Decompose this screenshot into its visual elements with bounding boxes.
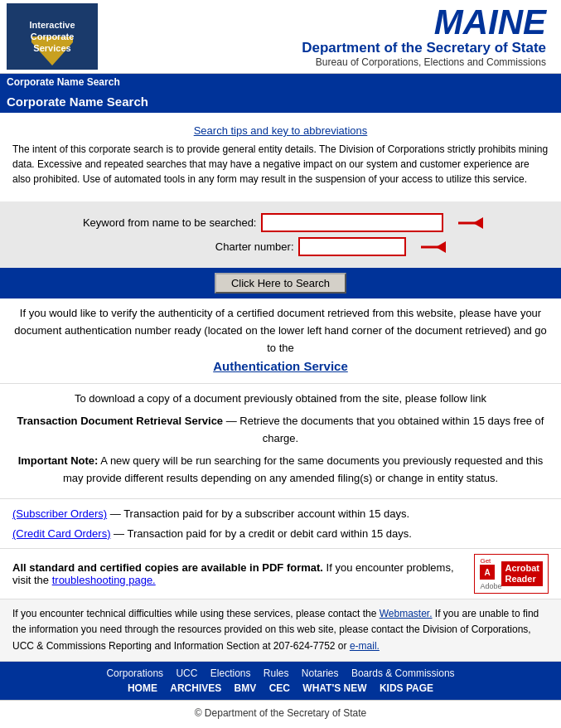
contact-text1: If you encounter technical difficulties …	[12, 608, 380, 619]
page-footer: © Department of the Secretary of State	[0, 700, 561, 726]
important-note-text: A new query will be run searching for th…	[63, 454, 543, 484]
acrobat-badge: Get A Adobe AcrobatReader	[474, 554, 549, 594]
nav-whats-new[interactable]: WHAT'S NEW	[302, 682, 366, 694]
keyword-label: Keyword from name to be searched:	[79, 216, 261, 229]
important-note-label: Important Note:	[18, 454, 99, 467]
bureau-title: Bureau of Corporations, Elections and Co…	[98, 56, 546, 68]
bottom-nav-row1: Corporations UCC Elections Rules Notarie…	[0, 666, 561, 681]
dept-title: Department of the Secretary of State	[98, 40, 546, 56]
nav-ucc[interactable]: UCC	[176, 667, 197, 679]
credit-card-orders-link[interactable]: (Credit Card Orders)	[12, 527, 110, 540]
acrobat-section: All standard and certified copies are av…	[0, 549, 561, 599]
logo-container: Interactive Corporate Services	[7, 3, 98, 70]
transaction-note: Important Note: A new query will be run …	[12, 453, 549, 488]
bottom-nav: Corporations UCC Elections Rules Notarie…	[0, 662, 561, 700]
maine-title: MAINE	[98, 5, 546, 40]
subscriber-section: (Subscriber Orders) — Transaction paid f…	[0, 499, 561, 549]
transaction-section: To download a copy of a document previou…	[0, 384, 561, 499]
search-tips-container: Search tips and key to abbreviations	[12, 124, 549, 137]
search-form: Keyword from name to be searched: Charte…	[0, 201, 561, 268]
adobe-icon: Get A Adobe	[480, 557, 501, 590]
nav-corporations[interactable]: Corporations	[106, 667, 163, 679]
keyword-row: Keyword from name to be searched:	[0, 213, 561, 232]
webmaster-link[interactable]: Webmaster.	[380, 608, 433, 619]
subscriber-orders-link[interactable]: (Subscriber Orders)	[12, 507, 107, 520]
page-title: Corporate Name Search	[0, 90, 561, 113]
transaction-title-para: Transaction Document Retrieval Service —…	[12, 413, 549, 448]
adobe-text: Adobe	[480, 582, 501, 590]
search-tips-link[interactable]: Search tips and key to abbreviations	[194, 124, 368, 137]
intro-text: The intent of this corporate search is t…	[12, 142, 549, 187]
nav-cec[interactable]: CEC	[269, 682, 290, 694]
acrobat-text: All standard and certified copies are av…	[12, 561, 466, 586]
subscriber-row: (Subscriber Orders) — Transaction paid f…	[12, 504, 549, 523]
charter-label: Charter number:	[116, 240, 298, 253]
nav-home[interactable]: HOME	[128, 682, 157, 694]
acrobat-reader-label: AcrobatReader	[501, 561, 543, 586]
header-right: MAINE Department of the Secretary of Sta…	[98, 5, 554, 68]
troubleshoot-link[interactable]: troubleshooting page.	[52, 574, 156, 586]
footer-text: © Department of the Secretary of State	[195, 707, 367, 719]
nav-archives[interactable]: ARCHIVES	[170, 682, 221, 694]
charter-arrow-icon	[413, 240, 446, 254]
search-button[interactable]: Click Here to Search	[215, 273, 346, 294]
nav-kids-page[interactable]: KIDS PAGE	[380, 682, 433, 694]
logo-text: Interactive Corporate Services	[29, 19, 75, 55]
charter-row: Charter number:	[0, 237, 561, 256]
adobe-logo-icon: A	[480, 565, 495, 580]
keyword-arrow-icon	[450, 216, 483, 230]
charter-input-wrap	[298, 237, 446, 256]
transaction-intro: To download a copy of a document previou…	[12, 391, 549, 408]
adobe-label: A	[480, 572, 495, 581]
keyword-input-wrap	[261, 213, 483, 232]
credit-card-orders-text: — Transaction paid for by a credit or de…	[110, 527, 411, 540]
breadcrumb: Corporate Name Search	[0, 74, 561, 90]
auth-info-text: If you would like to verify the authenti…	[14, 307, 546, 354]
auth-service-link[interactable]: Authentication Service	[213, 359, 348, 373]
nav-notaries[interactable]: Notaries	[302, 667, 339, 679]
svg-text:A: A	[485, 568, 491, 577]
nav-boards[interactable]: Boards & Commissions	[351, 667, 455, 679]
nav-rules[interactable]: Rules	[264, 667, 289, 679]
keyword-input[interactable]	[261, 213, 443, 232]
acrobat-bold-text: All standard and certified copies are av…	[12, 561, 323, 574]
auth-info-section: If you would like to verify the authenti…	[0, 298, 561, 384]
page-header: Interactive Corporate Services MAINE Dep…	[0, 0, 561, 74]
subscriber-orders-text: — Transaction paid for by a subscriber a…	[107, 507, 409, 520]
credit-card-row: (Credit Card Orders) — Transaction paid …	[12, 524, 549, 543]
transaction-title-rest: — Retrieve the documents that you obtain…	[223, 415, 544, 444]
nav-bmv[interactable]: BMV	[235, 682, 257, 694]
main-content: Search tips and key to abbreviations The…	[0, 113, 561, 201]
charter-input[interactable]	[298, 237, 406, 256]
transaction-title: Transaction Document Retrieval Service	[17, 415, 224, 427]
nav-elections[interactable]: Elections	[210, 667, 251, 679]
contact-section: If you encounter technical difficulties …	[0, 599, 561, 662]
bottom-nav-row2: HOME ARCHIVES BMV CEC WHAT'S NEW KIDS PA…	[0, 681, 561, 696]
email-link[interactable]: e-mail.	[350, 640, 380, 652]
search-button-bar: Click Here to Search	[0, 268, 561, 298]
